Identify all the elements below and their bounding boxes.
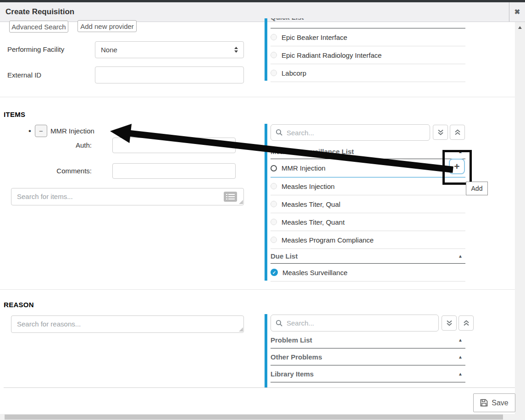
reason-picker-searchbox — [271, 315, 439, 332]
radio-icon — [271, 52, 277, 58]
footer-divider — [4, 387, 515, 388]
reason-picker-search-input[interactable] — [287, 319, 434, 327]
collapse-icon[interactable]: ▲ — [458, 371, 465, 376]
advanced-search-button[interactable]: Advanced Search — [9, 21, 68, 33]
performing-facility-label: Performing Facility — [7, 45, 64, 53]
close-button[interactable]: ✖ — [509, 2, 525, 22]
minus-icon: − — [39, 127, 43, 135]
remove-item-button[interactable]: − — [35, 125, 47, 137]
items-picker-search-input[interactable] — [287, 129, 425, 137]
items-picker-searchbox — [271, 124, 430, 141]
group-header[interactable]: Problem List▲ — [271, 332, 465, 348]
picker-item[interactable]: Labcorp — [271, 64, 465, 82]
add-item-button[interactable]: + — [449, 159, 465, 174]
checked-icon: ✓ — [271, 269, 278, 276]
performing-facility-select[interactable]: None — [95, 41, 244, 58]
comments-label: Comments: — [46, 167, 92, 175]
items-picker-accent-bar — [265, 124, 267, 281]
picker-item[interactable]: Epic Beaker Interface — [271, 28, 465, 46]
picker-item-label: Measles Titer, Qual — [282, 200, 340, 208]
items-picker-list: Measles Surveillance List▲MMR InjectionM… — [271, 144, 465, 282]
reason-picker-list: Problem List▲Other Problems▲Library Item… — [271, 332, 465, 382]
radio-icon — [271, 165, 277, 171]
collapse-all-button[interactable] — [450, 125, 465, 140]
comments-input[interactable] — [112, 163, 236, 179]
search-icon — [276, 320, 283, 327]
group-header-label: Problem List — [271, 336, 312, 344]
close-icon: ✖ — [514, 8, 520, 16]
quick-list: Epic Beaker InterfaceEpic Radiant Radiol… — [271, 28, 465, 82]
picker-item[interactable]: Measles Injection — [271, 177, 465, 195]
save-label: Save — [492, 399, 508, 407]
modal-title: Create Requisition — [0, 7, 74, 17]
collapse-icon[interactable]: ▲ — [458, 149, 465, 154]
resize-grip-icon[interactable] — [239, 327, 243, 332]
collapse-icon[interactable]: ▲ — [458, 337, 465, 343]
reason-section-title: REASON — [4, 301, 34, 309]
quick-list-accent-bar — [265, 18, 267, 81]
plus-icon: + — [454, 161, 459, 172]
bullet-icon: • — [28, 127, 31, 136]
picker-item-label: MMR Injection — [282, 164, 326, 172]
collapse-icon[interactable]: ▲ — [458, 254, 465, 259]
section-divider — [0, 97, 515, 97]
group-header-label: Other Problems — [271, 353, 322, 361]
group-header[interactable]: Library Items▲ — [271, 365, 465, 382]
auth-input[interactable] — [112, 138, 236, 153]
radio-icon — [271, 70, 277, 76]
add-new-provider-button[interactable]: Add new provider — [77, 20, 137, 32]
picker-item-label: Epic Radiant Radiology Interface — [282, 51, 381, 59]
section-divider — [0, 289, 515, 290]
picker-item-label: Measles Injection — [282, 182, 335, 190]
picker-item-label: Labcorp — [282, 69, 306, 77]
reasons-search-input[interactable] — [11, 315, 244, 333]
picker-item[interactable]: Measles Program Compliance — [271, 231, 465, 249]
group-header[interactable]: Other Problems▲ — [271, 348, 465, 365]
save-button[interactable]: Save — [473, 393, 515, 412]
expand-all-button[interactable] — [433, 125, 448, 140]
radio-icon — [271, 201, 277, 207]
picker-item-label: Measles Program Compliance — [282, 236, 374, 244]
chevrons-down-icon — [437, 129, 445, 136]
reason-picker-accent-bar — [265, 314, 267, 388]
auth-label: Auth: — [46, 141, 92, 149]
chevrons-up-icon — [453, 129, 462, 136]
radio-icon — [271, 219, 277, 225]
select-updown-icon — [234, 47, 238, 53]
collapse-icon[interactable]: ▲ — [458, 354, 465, 359]
search-icon — [276, 129, 283, 136]
picker-item-label: Measles Surveillance — [282, 269, 348, 276]
items-search-input[interactable] — [11, 188, 244, 205]
group-header-label: Measles Surveillance List — [271, 148, 354, 155]
group-header-label: Due List — [271, 252, 298, 260]
save-icon — [480, 399, 488, 407]
expand-all-button[interactable] — [442, 315, 457, 331]
picker-item-label: Epic Beaker Interface — [282, 33, 347, 41]
picker-item[interactable]: MMR Injection — [271, 159, 465, 177]
group-header-label: Library Items — [271, 370, 314, 378]
radio-icon — [271, 237, 277, 243]
radio-icon — [271, 183, 277, 189]
picker-item[interactable]: ✓Measles Surveillance — [271, 264, 465, 282]
picker-item[interactable]: Measles Titer, Qual — [271, 195, 465, 213]
chevrons-up-icon — [462, 320, 470, 327]
quick-list-header: Quick List — [271, 18, 465, 28]
resize-grip-icon[interactable] — [239, 200, 243, 204]
collapse-all-button[interactable] — [459, 315, 474, 331]
selected-item-label: MMR Injection — [50, 127, 94, 135]
add-tooltip: Add — [466, 182, 488, 195]
external-id-input[interactable] — [95, 66, 244, 83]
picker-item[interactable]: Epic Radiant Radiology Interface — [271, 46, 465, 64]
external-id-label: External ID — [7, 71, 41, 79]
vertical-scrollbar[interactable] — [515, 22, 525, 414]
horizontal-scrollbar-thumb[interactable] — [5, 414, 503, 420]
performing-facility-value: None — [101, 46, 117, 54]
picker-item[interactable]: Measles Titer, Quant — [271, 213, 465, 231]
chevrons-down-icon — [445, 320, 453, 327]
picker-item-label: Measles Titer, Quant — [282, 218, 345, 226]
scroll-up-icon[interactable] — [518, 26, 522, 29]
items-section-title: ITEMS — [4, 111, 25, 118]
group-header[interactable]: Due List▲ — [271, 249, 465, 264]
group-header[interactable]: Measles Surveillance List▲ — [271, 144, 465, 159]
item-list-picker-icon[interactable] — [224, 192, 237, 202]
